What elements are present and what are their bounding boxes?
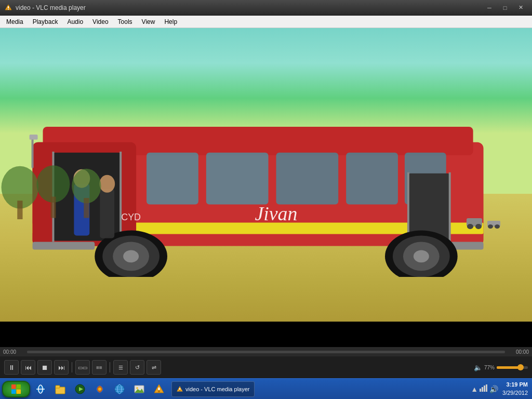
svg-rect-3 (8, 9, 9, 10)
svg-rect-17 (407, 172, 409, 242)
svg-rect-16 (408, 173, 450, 241)
menu-bar: Media Playback Audio Video Tools View He… (0, 16, 532, 28)
next-button[interactable]: ⏭ (54, 360, 69, 375)
svg-rect-51 (11, 389, 16, 394)
image-taskbar-button[interactable] (130, 381, 149, 397)
menu-tools[interactable]: Tools (114, 17, 137, 26)
menu-audio[interactable]: Audio (63, 17, 87, 26)
close-button[interactable]: ✕ (513, 3, 528, 13)
minimize-button[interactable]: ─ (482, 3, 497, 13)
system-clock[interactable]: 3:19 PM 3/29/2012 (502, 381, 530, 397)
loop-button[interactable]: ↺ (130, 360, 144, 375)
menu-view[interactable]: View (138, 17, 159, 26)
buttons-row: ⏸ ⏮ ⏹ ⏭ ▭▭ ≡≡ ☰ ↺ ⇌ 🔈 77% (0, 356, 532, 378)
svg-rect-78 (484, 385, 485, 392)
svg-rect-72 (158, 388, 160, 390)
svg-point-68 (136, 387, 138, 389)
windows-logo (11, 384, 21, 394)
menu-playback[interactable]: Playback (29, 17, 62, 26)
svg-rect-11 (147, 152, 198, 204)
vlc-title-icon (4, 4, 12, 12)
svg-rect-79 (486, 384, 487, 392)
svg-rect-38 (17, 201, 22, 219)
menu-video[interactable]: Video (88, 17, 112, 26)
svg-rect-49 (11, 384, 16, 389)
progress-track[interactable] (27, 351, 505, 353)
explorer-taskbar-button[interactable] (51, 381, 70, 397)
background-elements (464, 213, 506, 235)
volume-icon[interactable]: 🔈 (474, 364, 482, 371)
svg-rect-42 (84, 198, 89, 218)
clock-time: 3:19 PM (502, 381, 528, 389)
volume-area: 🔈 77% (474, 364, 528, 371)
start-button[interactable] (2, 381, 30, 397)
separator-1 (72, 362, 72, 373)
svg-rect-18 (449, 172, 451, 242)
controls-area: 00:00 00:00 ⏸ ⏮ ⏹ ⏭ ▭▭ ≡≡ ☰ ↺ ⇌ 🔈 77% (0, 347, 532, 378)
globe-taskbar-button[interactable] (110, 381, 129, 397)
svg-rect-19 (33, 242, 95, 249)
time-elapsed: 00:00 (3, 349, 24, 355)
progress-bar-container: 00:00 00:00 (0, 347, 532, 356)
menu-help[interactable]: Help (160, 17, 181, 26)
time-total: 00:00 (508, 349, 529, 355)
svg-rect-77 (482, 387, 483, 392)
vlc-taskbar-button[interactable] (150, 381, 168, 397)
sys-tray-icons: ▲ 🔊 (469, 384, 500, 393)
firefox-taskbar-button[interactable] (90, 381, 109, 397)
svg-point-28 (414, 250, 429, 262)
volume-label: 77% (484, 365, 495, 370)
svg-point-47 (488, 224, 493, 229)
svg-rect-13 (276, 152, 339, 204)
svg-text:Jivan: Jivan (255, 202, 298, 224)
ie-taskbar-button[interactable] (31, 381, 50, 397)
tray-arrow[interactable]: ▲ (471, 385, 478, 393)
eq-button[interactable]: ≡≡ (92, 360, 107, 375)
title-bar-left: video - VLC media player (4, 4, 86, 12)
svg-rect-36 (30, 135, 38, 140)
mediaplayer-taskbar-button[interactable] (71, 381, 89, 397)
svg-rect-50 (17, 384, 21, 389)
maximize-button[interactable]: □ (498, 3, 512, 13)
svg-point-48 (495, 224, 500, 229)
frame-button[interactable]: ▭▭ (75, 360, 90, 375)
title-bar: video - VLC media player ─ □ ✕ (0, 0, 532, 16)
video-canvas: Jivan CYD (0, 28, 532, 347)
svg-point-45 (475, 224, 482, 229)
clock-date: 3/29/2012 (502, 389, 528, 397)
svg-rect-40 (50, 196, 56, 218)
taskbar: video - VLC media player ▲ 🔊 3:19 PM 3/2… (0, 378, 532, 399)
video-scene: Jivan CYD (0, 28, 532, 347)
svg-rect-12 (206, 152, 269, 204)
svg-rect-57 (56, 385, 60, 388)
trees (0, 162, 133, 226)
window-controls: ─ □ ✕ (482, 3, 528, 13)
play-pause-button[interactable]: ⏸ (4, 360, 19, 375)
vlc-task-label: video - VLC media player (185, 386, 250, 392)
vlc-active-task[interactable]: video - VLC media player (171, 381, 255, 397)
separator-2 (110, 362, 110, 373)
svg-rect-14 (346, 152, 398, 204)
volume-thumb (517, 364, 524, 370)
tray-network[interactable] (480, 384, 488, 393)
svg-point-24 (123, 250, 139, 262)
tray-volume[interactable]: 🔊 (489, 385, 498, 393)
svg-rect-52 (17, 389, 21, 394)
video-area[interactable]: Jivan CYD (0, 28, 532, 347)
window-title: video - VLC media player (16, 4, 86, 11)
menu-media[interactable]: Media (2, 17, 28, 26)
volume-track[interactable] (497, 366, 528, 369)
svg-rect-2 (8, 6, 9, 8)
svg-rect-76 (480, 389, 481, 392)
letterbox-bottom (0, 322, 532, 347)
prev-button[interactable]: ⏮ (21, 360, 35, 375)
playlist-button[interactable]: ☰ (113, 360, 128, 375)
svg-point-61 (98, 388, 101, 391)
shuffle-button[interactable]: ⇌ (147, 360, 161, 375)
svg-rect-75 (179, 388, 180, 390)
stop-button[interactable]: ⏹ (37, 360, 52, 375)
system-tray: ▲ 🔊 3:19 PM 3/29/2012 (469, 381, 530, 397)
svg-point-44 (467, 224, 473, 229)
